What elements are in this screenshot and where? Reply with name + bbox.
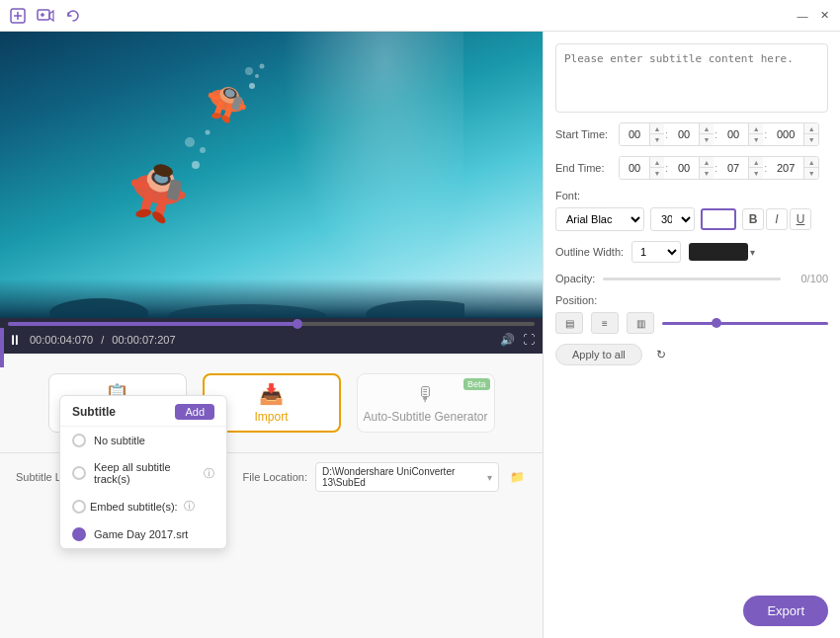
progress-fill bbox=[8, 322, 297, 326]
start-hour-spin[interactable]: ▲▼ bbox=[649, 123, 664, 145]
file-path-text: D:\Wondershare UniConverter 13\SubEd bbox=[322, 466, 483, 488]
outline-color-box bbox=[689, 243, 748, 261]
embed-info-icon[interactable]: ⓘ bbox=[184, 499, 195, 514]
font-family-select[interactable]: Arial Blac bbox=[555, 207, 644, 231]
folder-button[interactable]: 📁 bbox=[507, 466, 527, 488]
svg-point-20 bbox=[260, 64, 265, 69]
autosub-button[interactable]: Beta 🎙 Auto-Subtitle Generator bbox=[357, 373, 495, 433]
autosub-icon: 🎙 bbox=[416, 383, 436, 406]
add-subtitle-button[interactable]: Add bbox=[175, 404, 214, 420]
font-label: Font: bbox=[555, 190, 828, 201]
position-label: Position: bbox=[555, 294, 828, 306]
keep-all-info-icon[interactable]: ⓘ bbox=[204, 466, 214, 481]
outline-label: Outline Width: bbox=[555, 246, 624, 258]
start-sec[interactable] bbox=[718, 123, 748, 145]
rotate-icon[interactable] bbox=[63, 6, 83, 26]
autosub-label: Auto-Subtitle Generator bbox=[363, 410, 487, 424]
video-player[interactable] bbox=[0, 32, 543, 318]
start-sec-spin[interactable]: ▲▼ bbox=[748, 123, 763, 145]
subtitle-content-input[interactable] bbox=[555, 43, 828, 113]
fullscreen-icon[interactable]: ⛶ bbox=[523, 333, 535, 347]
playback-right: 🔊 ⛶ bbox=[500, 333, 535, 347]
window-controls: — ✕ bbox=[795, 8, 832, 24]
start-time-input[interactable]: ▲▼ : ▲▼ : ▲▼ : ▲▼ bbox=[619, 122, 819, 146]
refresh-button[interactable]: ↻ bbox=[650, 344, 672, 365]
end-time-input[interactable]: ▲▼ : ▲▼ : ▲▼ : ▲▼ bbox=[619, 156, 819, 180]
start-hour[interactable] bbox=[620, 123, 649, 145]
title-bar-left bbox=[8, 6, 83, 26]
end-min[interactable] bbox=[669, 157, 699, 179]
keep-all-item[interactable]: Keep all subtitle track(s) ⓘ bbox=[60, 454, 226, 492]
embed-item[interactable]: Embed subtitle(s): ⓘ bbox=[60, 492, 226, 520]
end-time-label: End Time: bbox=[555, 162, 615, 174]
close-button[interactable]: ✕ bbox=[816, 8, 832, 24]
gameday-label: Game Day 2017.srt bbox=[94, 528, 188, 540]
end-hour-spin[interactable]: ▲▼ bbox=[649, 157, 664, 179]
opacity-row: Opacity: 0/100 bbox=[555, 273, 828, 284]
dropdown-title: Subtitle bbox=[72, 405, 116, 419]
end-time-row: End Time: ▲▼ : ▲▼ : ▲▼ : ▲▼ bbox=[555, 156, 828, 180]
add-media-icon[interactable] bbox=[36, 6, 55, 26]
no-subtitle-radio[interactable] bbox=[72, 434, 86, 447]
embed-radio[interactable] bbox=[72, 500, 86, 514]
position-left-button[interactable]: ▤ bbox=[555, 312, 583, 334]
export-button[interactable]: Export bbox=[743, 596, 828, 626]
end-sec-spin[interactable]: ▲▼ bbox=[748, 157, 763, 179]
position-center-button[interactable]: ≡ bbox=[591, 312, 619, 334]
start-time-label: Start Time: bbox=[555, 128, 615, 140]
position-right-button[interactable]: ▥ bbox=[627, 312, 654, 334]
end-ms-spin[interactable]: ▲▼ bbox=[803, 157, 818, 179]
underline-button[interactable]: U bbox=[790, 208, 811, 230]
no-subtitle-item[interactable]: No subtitle bbox=[60, 427, 226, 454]
position-section: Position: ▤ ≡ ▥ bbox=[555, 294, 828, 334]
start-min[interactable] bbox=[669, 123, 699, 145]
start-ms-spin[interactable]: ▲▼ bbox=[803, 123, 818, 145]
time-display: 00:00:04:070 bbox=[30, 334, 93, 346]
svg-point-19 bbox=[245, 67, 253, 75]
gameday-radio[interactable] bbox=[72, 527, 86, 541]
font-size-select[interactable]: 30 bbox=[650, 207, 695, 231]
end-sec[interactable] bbox=[718, 157, 748, 179]
gameday-subtitle-item[interactable]: Game Day 2017.srt bbox=[60, 520, 226, 548]
apply-row: Apply to all ↻ bbox=[555, 344, 828, 365]
file-path-select[interactable]: D:\Wondershare UniConverter 13\SubEd ▾ bbox=[315, 462, 499, 492]
italic-button[interactable]: I bbox=[766, 208, 788, 230]
bold-button[interactable]: B bbox=[742, 208, 764, 230]
svg-point-35 bbox=[185, 137, 195, 147]
new-project-icon[interactable] bbox=[8, 6, 28, 26]
minimize-button[interactable]: — bbox=[795, 8, 810, 24]
position-thumb[interactable] bbox=[712, 318, 721, 328]
right-panel: Start Time: ▲▼ : ▲▼ : ▲▼ : ▲▼ End Time: … bbox=[543, 32, 840, 638]
outline-color-picker[interactable]: ▾ bbox=[689, 243, 755, 261]
svg-point-18 bbox=[255, 74, 259, 78]
end-hour[interactable] bbox=[620, 157, 649, 179]
keep-all-radio[interactable] bbox=[72, 466, 86, 480]
file-location-label: File Location: bbox=[243, 471, 307, 483]
volume-icon[interactable]: 🔊 bbox=[500, 333, 515, 347]
start-ms[interactable] bbox=[768, 123, 803, 145]
import-label: Import bbox=[254, 410, 288, 424]
embed-label: Embed subtitle(s): bbox=[90, 501, 178, 513]
outline-dropdown-arrow[interactable]: ▾ bbox=[750, 247, 755, 258]
font-section: Font: Arial Blac 30 B I U bbox=[555, 190, 828, 231]
apply-all-button[interactable]: Apply to all bbox=[555, 344, 642, 365]
start-min-spin[interactable]: ▲▼ bbox=[699, 123, 714, 145]
font-color-picker[interactable] bbox=[701, 208, 736, 230]
time-separator: / bbox=[101, 334, 104, 346]
outline-width-select[interactable]: 1 bbox=[631, 241, 681, 263]
progress-thumb[interactable] bbox=[293, 319, 302, 329]
opacity-label: Opacity: bbox=[555, 273, 595, 284]
playback-bar: ⏸ 00:00:04:070 / 00:00:07:207 🔊 ⛶ bbox=[0, 318, 543, 354]
position-slider[interactable] bbox=[662, 322, 828, 325]
keep-all-label: Keep all subtitle track(s) bbox=[94, 461, 194, 485]
position-controls: ▤ ≡ ▥ bbox=[555, 312, 828, 334]
pause-icon[interactable]: ⏸ bbox=[8, 332, 22, 348]
start-time-row: Start Time: ▲▼ : ▲▼ : ▲▼ : ▲▼ bbox=[555, 122, 828, 146]
svg-point-36 bbox=[206, 130, 210, 135]
end-min-spin[interactable]: ▲▼ bbox=[699, 157, 714, 179]
opacity-slider[interactable] bbox=[603, 278, 781, 280]
outline-row: Outline Width: 1 ▾ bbox=[555, 241, 828, 263]
end-ms[interactable] bbox=[768, 157, 803, 179]
progress-track[interactable] bbox=[8, 322, 535, 326]
playback-left: ⏸ 00:00:04:070 / 00:00:07:207 bbox=[8, 332, 176, 348]
